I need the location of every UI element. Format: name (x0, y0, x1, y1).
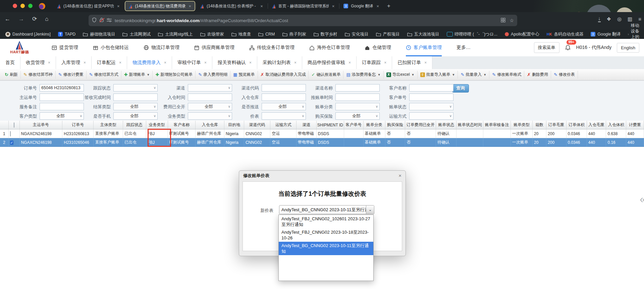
column-header[interactable]: 入仓毛重 (587, 121, 606, 129)
column-header[interactable]: 订单毛重 (546, 121, 566, 129)
toolbar-button[interactable]: ✚新增账单▼ (121, 71, 153, 79)
toolbar-button[interactable]: ↻刷新 (2, 71, 21, 79)
page-tab[interactable]: 报关资料确认× (212, 56, 257, 69)
bookmark-item[interactable]: CRM (258, 32, 275, 37)
bookmark-item[interactable]: 地查查 (231, 32, 251, 37)
toolbar-button[interactable]: ✎修改结算方式 (87, 71, 121, 79)
column-header[interactable]: 目的地 (224, 121, 244, 129)
column-header[interactable]: 客户单号 (344, 121, 363, 129)
bookmark-item[interactable]: 土流网stg/线上 (158, 32, 193, 37)
column-header[interactable]: 主运单号 (19, 121, 62, 129)
filter-input-客户单号[interactable] (409, 94, 453, 101)
tab-close-icon[interactable]: × (204, 60, 207, 65)
column-header[interactable]: SHIPMENT ID (316, 121, 344, 129)
user-name[interactable]: H016 - 代伟Andy (576, 45, 612, 51)
page-tab[interactable]: 订单配运× (92, 56, 127, 69)
toolbar-button[interactable]: ✚新增附加公司账单 (153, 71, 196, 79)
url-text[interactable]: testtrunkbookingmgr.hart-worldwide.com/#… (115, 18, 498, 23)
toolbar-button[interactable]: ✎录入费用明细 (196, 71, 230, 79)
column-header[interactable]: 箱数 (533, 121, 546, 129)
tab-close-icon[interactable]: × (424, 60, 427, 65)
permissions-icon[interactable] (107, 17, 112, 23)
page-tab[interactable]: 物流费用录入× (127, 56, 172, 69)
nav-item-menu[interactable]: 仓储管理 (365, 39, 391, 56)
column-header[interactable]: 订单费用已全开 (405, 121, 436, 129)
window-zoom-button[interactable] (28, 4, 33, 8)
shield-icon[interactable] (92, 17, 97, 24)
column-header[interactable]: 业务类型 (146, 121, 168, 129)
column-header[interactable] (0, 121, 8, 129)
page-tab[interactable]: 已扣留订单× (392, 56, 432, 69)
column-header[interactable]: 跟踪状态 (123, 121, 146, 129)
url-bar[interactable]: testtrunkbookingmgr.hart-worldwide.com/#… (89, 15, 517, 26)
bookmark-item[interactable]: 土流网测试 (122, 32, 151, 37)
row-checkbox-cell[interactable] (8, 129, 19, 138)
column-header[interactable]: 账单状态 (436, 121, 457, 129)
page-tab[interactable]: 商品申报价值审核× (302, 56, 357, 69)
forward-button[interactable]: → (18, 16, 24, 22)
tab-close-icon[interactable]: × (348, 60, 351, 65)
tab-close-icon[interactable]: × (84, 60, 86, 65)
nav-item-menu[interactable]: 小包仓储转运 (93, 39, 129, 56)
window-close-button[interactable] (13, 4, 17, 8)
browser-tab[interactable]: (148条推送信息) 价表维护 - 赫× (196, 1, 267, 11)
tab-close-icon[interactable]: × (48, 60, 50, 65)
column-header[interactable]: 订单体积 (566, 121, 587, 129)
tab-close-icon[interactable]: × (189, 4, 192, 9)
column-header[interactable]: 渠道代码 (244, 121, 270, 129)
select-all-checkbox[interactable] (14, 122, 14, 128)
dropdown-option[interactable]: AndyTest_FBJ_CNNG02 2023-10-18至2023-10-2… (279, 228, 373, 242)
page-tab[interactable]: 审核中订单× (172, 56, 212, 69)
bookmark-item[interactable]: Apollo配置中心 (505, 32, 539, 37)
nav-item-active[interactable]: 客户账单管理 (406, 39, 442, 56)
hart-logo[interactable]: HART赫德 (7, 41, 32, 55)
column-header[interactable]: 客户名称 (168, 121, 196, 129)
tab-close-icon[interactable]: × (294, 60, 297, 65)
bookmark-item[interactable]: 产权项目 (376, 32, 400, 37)
bookmark-item[interactable]: 农场管家 (200, 32, 224, 37)
nav-item-menu[interactable]: 海外仓订单管理 (309, 39, 350, 56)
browser-tab[interactable]: (148条推送信息) 物流费用录入× (125, 1, 196, 11)
column-header[interactable]: 渠道 (297, 121, 317, 129)
toolbar-button[interactable]: ⇧批量导入账单▼ (418, 71, 458, 79)
search-button[interactable]: 查询 (452, 84, 469, 93)
tab-close-icon[interactable]: × (164, 60, 166, 65)
page-tab[interactable]: 采购计划列表× (257, 56, 302, 69)
new-price-table-select[interactable]: AndyTest_BG_CNNG02 2023-10-11至另行通知 ⌄ (279, 205, 374, 214)
row-checkbox-cell[interactable]: ✓ (8, 138, 19, 147)
nav-item-menu[interactable]: 传统业务订单管理 (249, 39, 294, 56)
bookmark-item[interactable]: 燕子到家 (282, 32, 306, 37)
toolbar-button[interactable]: ✎修改价表 (551, 71, 578, 79)
back-button[interactable]: ← (5, 16, 10, 22)
bookmark-item[interactable]: Dashboard [Jenkins] (5, 32, 51, 37)
download-icon[interactable]: ↓ (598, 16, 601, 22)
filter-input-客户名称[interactable] (409, 84, 453, 92)
new-tab-button[interactable]: + (387, 3, 390, 9)
table-row[interactable]: 2✓NGAXCN246198H2310265046直接客户账单已出仓FBJIT测… (0, 138, 644, 147)
collapse-panel-chevron[interactable]: « (640, 192, 644, 206)
column-header[interactable]: 账单审核备注 (483, 121, 511, 129)
row-checkbox[interactable] (10, 131, 11, 136)
tab-close-icon[interactable]: × (376, 4, 379, 9)
toolbar-button[interactable]: X导出excel▼ (384, 71, 418, 79)
window-minimize-button[interactable] (20, 4, 25, 8)
filter-select-账单状态[interactable]: ∨ (409, 103, 453, 110)
tab-close-icon[interactable]: × (260, 4, 263, 9)
browser-tab[interactable]: 首页 - 赫德国际物流管理系统后台× (268, 1, 339, 11)
bookmark-item[interactable]: 哔哩哔哩 (゜-゜)つロ... (447, 32, 498, 37)
insecure-lock-icon[interactable] (100, 17, 104, 23)
bookmark-grid-icon[interactable] (501, 18, 505, 23)
dialog-close-button[interactable]: × (398, 173, 401, 179)
toolbar-button[interactable]: ✗取消确认费用录入完成 (258, 71, 309, 79)
browser-tab[interactable]: 文Google 翻译× (339, 1, 383, 11)
tab-close-icon[interactable]: × (332, 4, 335, 9)
table-row[interactable]: 1NGAXCN246198H2310260813直接客户账单已出仓FBJIT测试… (0, 129, 644, 138)
column-header[interactable]: 计费重 (626, 121, 644, 129)
bookmark-item[interactable]: 赫德物流项目 (83, 32, 115, 37)
browser-tab[interactable]: (148条推送信息) 提货APP功能× (53, 1, 124, 11)
toolbar-button[interactable]: ✓确认推送账单 (309, 71, 343, 79)
sidebar-icon[interactable]: ▥ (628, 16, 632, 22)
nav-item-menu[interactable]: 提货管理 (52, 39, 78, 56)
toolbar-button[interactable]: ✗删除费用 (524, 71, 551, 79)
tab-close-icon[interactable]: × (117, 4, 120, 9)
